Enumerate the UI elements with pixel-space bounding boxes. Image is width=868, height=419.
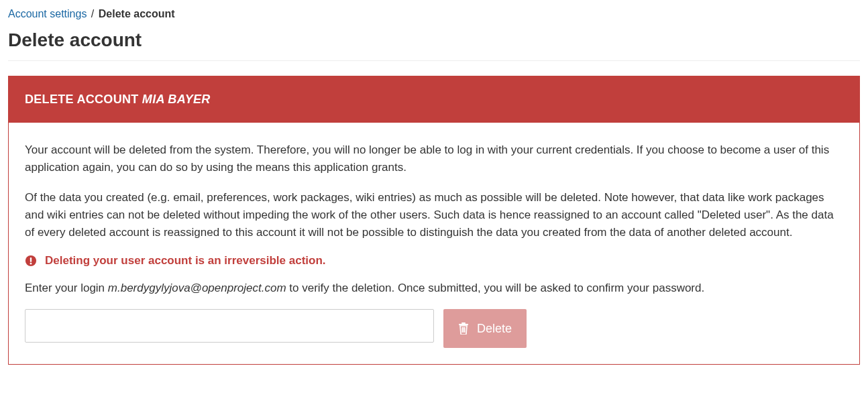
verify-suffix: to verify the deletion. Once submitted, … (286, 282, 705, 294)
info-paragraph-2: Of the data you created (e.g. email, pre… (25, 189, 843, 242)
info-paragraph-1: Your account will be deleted from the sy… (25, 141, 843, 177)
breadcrumb-separator: / (91, 8, 94, 19)
form-row: Delete (25, 309, 843, 348)
verify-prefix: Enter your login (25, 282, 108, 294)
svg-rect-4 (459, 324, 468, 325)
delete-button[interactable]: Delete (443, 309, 527, 348)
breadcrumb-current: Delete account (99, 8, 175, 19)
delete-account-body: Your account will be deleted from the sy… (9, 123, 859, 364)
delete-button-label: Delete (477, 322, 512, 336)
trash-icon (458, 322, 469, 335)
exclamation-circle-icon (25, 255, 37, 267)
breadcrumb-parent-link[interactable]: Account settings (8, 8, 87, 19)
delete-account-header: DELETE ACCOUNT MIA BAYER (9, 76, 859, 123)
delete-account-box: DELETE ACCOUNT MIA BAYER Your account wi… (8, 76, 860, 365)
svg-point-2 (30, 263, 32, 265)
verify-instruction: Enter your login m.berdygylyjova@openpro… (25, 280, 843, 297)
login-verification-input[interactable] (25, 309, 434, 343)
svg-rect-3 (462, 322, 466, 324)
header-prefix: DELETE ACCOUNT (25, 93, 142, 106)
divider (8, 60, 860, 61)
warning-text: Deleting your user account is an irrever… (45, 254, 326, 267)
page-title: Delete account (8, 29, 860, 51)
header-username: MIA BAYER (142, 93, 211, 106)
breadcrumb: Account settings / Delete account (8, 8, 860, 20)
verify-login-value: m.berdygylyjova@openproject.com (108, 282, 286, 294)
svg-rect-1 (30, 257, 32, 262)
warning-line: Deleting your user account is an irrever… (25, 254, 843, 267)
